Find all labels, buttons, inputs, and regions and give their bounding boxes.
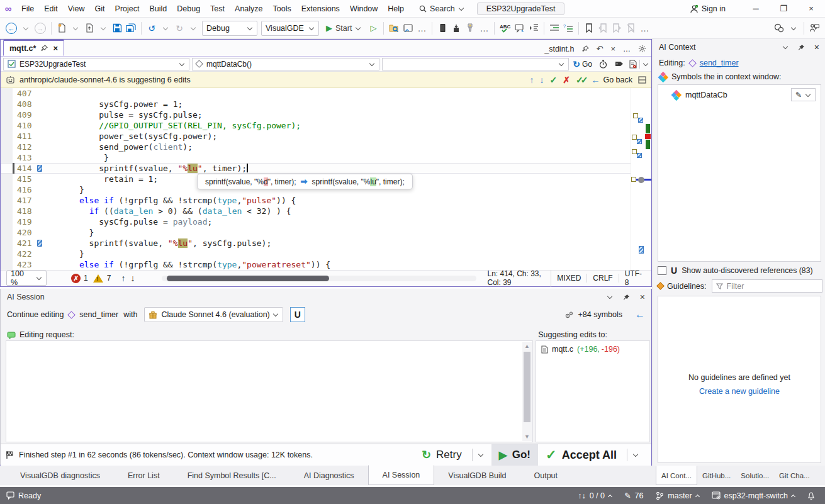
code-line-414[interactable]: 414 sprintf(svalue, "%lu", timer); (1, 163, 651, 174)
next-bookmark-button[interactable] (610, 21, 624, 36)
undo-dropdown[interactable] (159, 21, 172, 36)
code-line-418[interactable]: 418 if ((data_len > 0) && (data_len < 32… (1, 206, 651, 216)
start-debug-button[interactable]: ▶ Start (321, 21, 366, 36)
menu-item-extensions[interactable]: Extensions (296, 0, 345, 18)
toolbar-overflow-3[interactable]: … (637, 21, 651, 36)
go-button[interactable]: ↻ Go (571, 59, 593, 69)
live-share-dropdown[interactable] (787, 21, 800, 36)
new-project-button[interactable] (55, 21, 69, 36)
code-line-413[interactable]: 413 } (1, 152, 651, 163)
pin-icon[interactable] (798, 44, 805, 51)
window-layout-button[interactable] (401, 21, 415, 36)
split-window-icon[interactable] (638, 76, 646, 84)
increase-indent-button[interactable]: ? (561, 21, 575, 36)
tab-visualgdb-build[interactable]: VisualGDB Build (434, 466, 520, 485)
code-line-407[interactable]: 407 (1, 88, 651, 99)
scrollbar-annotation-margin[interactable] (631, 88, 651, 270)
project-dropdown[interactable]: ESP32UpgradeTest (3, 58, 189, 70)
code-line-411[interactable]: 411 power_set(sysCfg.power); (1, 131, 651, 142)
scroll-up-icon[interactable]: ▲ (524, 343, 530, 349)
menu-item-file[interactable]: File (16, 0, 39, 18)
menu-item-view[interactable]: View (63, 0, 90, 18)
code-line-423[interactable]: 423 else if (!grpflg && !strcmp(type,"po… (1, 259, 651, 270)
menu-item-analyze[interactable]: Analyze (230, 0, 267, 18)
retry-button[interactable]: ↻ Retry (414, 444, 491, 466)
code-line-410[interactable]: 410 //GPIO_OUTPUT_SET(REL_PIN, sysCfg.po… (1, 120, 651, 131)
preview-tab-stdint[interactable]: _stdint.h (544, 45, 574, 53)
ai-edit-glyph-icon[interactable] (37, 165, 42, 172)
tab-visualgdb-diagnostics[interactable]: VisualGDB diagnostics (6, 466, 114, 485)
program-flash-button[interactable] (435, 21, 449, 36)
tab-overflow-icon[interactable]: … (623, 45, 631, 53)
pin-icon[interactable] (623, 294, 630, 301)
sign-in-button[interactable]: + Sign in (690, 4, 726, 13)
close-panel-icon[interactable]: × (814, 42, 819, 52)
close-window-button[interactable]: × (797, 0, 825, 18)
prev-issue-button[interactable]: ↑ (121, 273, 125, 283)
error-count[interactable]: ✗ 1 (71, 274, 88, 283)
code-map-button[interactable] (629, 60, 649, 69)
tag-button[interactable] (612, 60, 626, 67)
member-dropdown[interactable] (382, 58, 569, 70)
navigate-back-dropdown[interactable] (19, 21, 33, 36)
encoding[interactable]: UTF-8 (619, 269, 648, 287)
redo-dropdown[interactable] (186, 21, 200, 36)
next-issue-button[interactable]: ↓ (130, 273, 135, 283)
scrollbar-thumb[interactable] (524, 352, 530, 422)
menu-item-test[interactable]: Test (205, 0, 230, 18)
spell-check-button[interactable]: ABC (498, 21, 513, 36)
toggle-bookmark-button[interactable] (582, 21, 596, 36)
menu-item-window[interactable]: Window (345, 0, 383, 18)
pin-icon[interactable] (41, 45, 48, 52)
vertical-scrollbar[interactable]: ▲ ▼ (522, 342, 532, 441)
toolbar-overflow-1[interactable]: … (415, 21, 429, 36)
code-line-420[interactable]: 420 } (1, 227, 651, 238)
tab-output[interactable]: Output (520, 466, 572, 485)
menu-item-project[interactable]: Project (110, 0, 145, 18)
accept-all-button[interactable]: ✓ Accept All (538, 444, 646, 466)
close-panel-icon[interactable]: × (640, 292, 645, 302)
code-line-412[interactable]: 412 send_power(client); (1, 142, 651, 152)
code-line-422[interactable]: 422 } (1, 249, 651, 259)
accept-all-edits-button[interactable]: ✓✓ (576, 75, 585, 85)
scrollbar-thumb[interactable] (638, 177, 644, 183)
previous-edit-button[interactable]: ↑ (530, 75, 534, 85)
search-control[interactable]: Search (415, 4, 468, 13)
notifications-button[interactable] (807, 491, 815, 500)
symbol-item-mqttdatacb[interactable]: mqttDataCb ✎ (658, 85, 821, 104)
menu-item-build[interactable]: Build (144, 0, 172, 18)
live-share-button[interactable] (772, 21, 787, 36)
undo-button[interactable]: ↺ (145, 21, 159, 36)
accept-dropdown-icon[interactable] (633, 452, 638, 457)
edit-symbol-button[interactable]: ✎ (791, 88, 816, 101)
go-back-button[interactable]: ← Go back (591, 75, 632, 85)
open-file-button[interactable] (82, 21, 96, 36)
symbols-badge[interactable]: +84 symbols ← (564, 309, 645, 320)
platform-combo[interactable]: VisualGDE (261, 21, 319, 36)
menu-item-debug[interactable]: Debug (172, 0, 205, 18)
prev-bookmark-button[interactable] (596, 21, 610, 36)
accept-edit-button[interactable]: ✓ (550, 75, 558, 85)
current-repo[interactable]: esp32-mqtt-switch (712, 491, 795, 500)
save-all-button[interactable] (124, 21, 138, 36)
chevron-down-icon[interactable] (783, 44, 788, 49)
navigate-back-button[interactable]: ← (4, 21, 19, 36)
code-editor[interactable]: 407408 sysCfg.power = 1;409 pulse = sysC… (1, 88, 651, 270)
menu-item-tools[interactable]: Tools (268, 0, 296, 18)
open-file-dropdown[interactable] (96, 21, 110, 36)
flash-download-button[interactable] (449, 21, 463, 36)
new-project-dropdown[interactable] (69, 21, 82, 36)
reject-edit-button[interactable]: ✗ (563, 75, 570, 85)
menu-item-edit[interactable]: Edit (39, 0, 63, 18)
warning-count[interactable]: 7 (93, 274, 111, 283)
zoom-dropdown[interactable]: 100 % (6, 271, 47, 286)
tab-github[interactable]: GitHub... (697, 466, 736, 485)
tab-git-changes[interactable]: Git Cha... (774, 466, 815, 485)
current-branch[interactable]: master (656, 491, 699, 500)
save-button[interactable] (110, 21, 124, 36)
tab-solution-explorer[interactable]: Solutio... (736, 466, 774, 485)
format-document-button[interactable] (527, 21, 541, 36)
restore-button[interactable]: ❐ (770, 0, 797, 18)
symbol-dropdown[interactable]: mqttDataCb() (192, 58, 379, 70)
close-preview-icon[interactable]: × (610, 44, 615, 53)
